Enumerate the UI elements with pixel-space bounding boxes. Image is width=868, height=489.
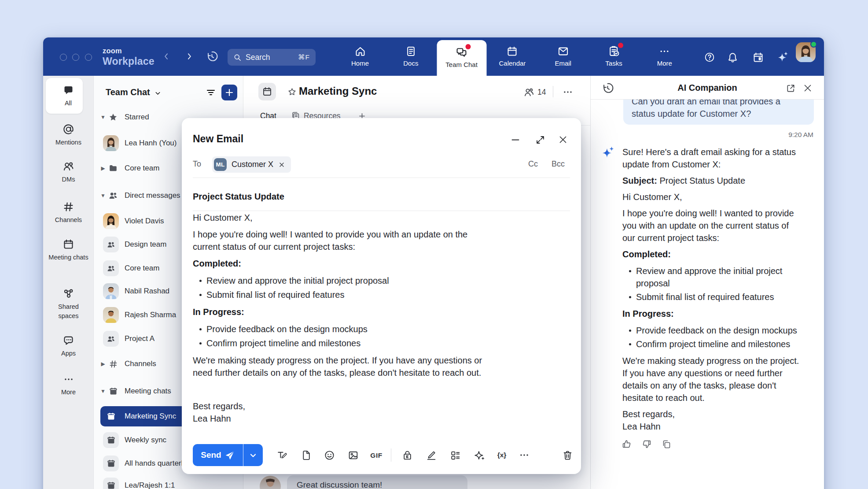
attach-file-button[interactable] <box>300 449 312 461</box>
bullet-list: Review and approve the initial project p… <box>622 265 801 303</box>
nav-item-docs[interactable]: Docs <box>387 37 434 76</box>
search-placeholder: Search <box>246 53 298 62</box>
rail-item-all[interactable]: All <box>50 84 87 108</box>
caret-right-icon[interactable]: ▶ <box>99 165 107 171</box>
send-button-group: Send <box>193 444 263 466</box>
rail-item-mentions[interactable]: Mentions <box>43 123 94 147</box>
calendar-today-button[interactable] <box>751 50 765 64</box>
filter-button[interactable] <box>205 86 217 99</box>
help-button[interactable] <box>702 50 717 64</box>
nav-item-email[interactable]: Email <box>540 37 586 76</box>
thumbs-down-button[interactable] <box>641 439 652 449</box>
chevron-down-icon <box>154 89 162 97</box>
ai-close-button[interactable] <box>802 82 814 94</box>
recipient-chip[interactable]: ML Customer X <box>212 156 291 173</box>
bullet-item: Provide feedback on the design mockups <box>193 323 490 335</box>
rail-item-shared-spaces[interactable]: Shared spaces <box>43 288 94 321</box>
encrypt-email-button[interactable] <box>401 449 413 461</box>
expand-button[interactable] <box>534 134 546 145</box>
avatar <box>103 213 119 229</box>
sparkle-outline-icon <box>474 449 485 461</box>
nav-item-calendar[interactable]: Calendar <box>489 37 536 76</box>
minimize-button[interactable] <box>510 134 521 145</box>
nav-item-home[interactable]: Home <box>337 37 383 76</box>
window-close-button[interactable] <box>60 54 67 61</box>
copy-icon <box>661 439 672 449</box>
dms-icon <box>63 160 74 172</box>
template-button[interactable] <box>449 449 461 461</box>
signature-icon <box>426 450 437 461</box>
close-button[interactable] <box>557 134 569 145</box>
caret-right-icon[interactable]: ▶ <box>99 361 107 367</box>
lock-e-icon <box>402 450 413 461</box>
caret-down-icon[interactable]: ▼ <box>99 193 107 199</box>
left-rail: All Mentions DMs Channels Meeting chats … <box>43 76 94 489</box>
email-body-editor[interactable]: Hi Customer X,I hope you're doing well! … <box>193 211 490 429</box>
code-snippet-button[interactable]: {x} <box>496 449 508 461</box>
caret-down-icon[interactable]: ▼ <box>99 388 107 394</box>
send-options-button[interactable] <box>243 444 263 466</box>
ai-compose-button[interactable] <box>474 449 485 461</box>
nav-item-team-chat[interactable]: Team Chat <box>437 40 486 76</box>
calendar-outline-icon <box>262 86 272 97</box>
window-zoom-button[interactable] <box>85 54 92 61</box>
insert-image-button[interactable] <box>347 449 359 461</box>
channel-icon <box>258 83 276 100</box>
shared-spaces-icon <box>63 288 74 300</box>
emoji-button[interactable] <box>324 449 335 461</box>
to-label: To <box>193 159 201 169</box>
rail-item-dms[interactable]: DMs <box>43 160 94 184</box>
caret-down-icon[interactable]: ▼ <box>99 114 107 120</box>
bullet-item: Submit final list of required features <box>622 291 801 303</box>
remove-recipient-button[interactable] <box>278 161 285 168</box>
new-chat-button[interactable] <box>221 85 237 100</box>
bullet-list: Provide feedback on the design mockupsCo… <box>193 323 490 349</box>
tasks-icon <box>608 45 620 57</box>
rail-item-channels[interactable]: Channels <box>43 201 94 225</box>
rail-item-more[interactable]: More <box>43 373 94 397</box>
forward-button[interactable] <box>183 51 195 63</box>
rail-item-meeting-chats[interactable]: Meeting chats <box>43 238 94 262</box>
team-chat-title-row[interactable]: Team Chat <box>106 87 162 97</box>
ai-open-window-button[interactable] <box>784 82 797 94</box>
format-text-button[interactable] <box>276 449 287 461</box>
rail-item-label: More <box>48 388 90 397</box>
thumbs-up-button[interactable] <box>622 439 632 449</box>
subject-field[interactable]: Project Status Update <box>193 192 284 202</box>
file-icon <box>301 450 312 461</box>
notifications-button[interactable] <box>725 50 739 64</box>
nav-item-more[interactable]: More <box>641 37 688 76</box>
gif-button[interactable]: GIF <box>371 449 382 461</box>
rail-item-apps[interactable]: Apps <box>43 334 94 358</box>
message-avatar <box>260 476 281 489</box>
channel-more-button[interactable] <box>559 86 576 98</box>
nav-item-tasks[interactable]: Tasks <box>591 37 637 76</box>
copy-button[interactable] <box>661 439 672 449</box>
ai-conversation[interactable]: Can you draft an email that provides a s… <box>591 100 824 489</box>
close-icon <box>558 134 568 145</box>
history-button[interactable] <box>206 51 218 63</box>
search-input[interactable]: Search ⌘F <box>228 49 316 66</box>
group-icon <box>103 331 119 347</box>
discard-button[interactable] <box>562 449 573 461</box>
signature-button[interactable] <box>425 449 437 461</box>
ai-user-message: Can you draft an email that provides a s… <box>632 100 780 119</box>
paragraph: I hope you're doing well! I wanted to pr… <box>622 207 801 244</box>
back-button[interactable] <box>160 51 173 63</box>
send-button[interactable]: Send <box>193 444 243 466</box>
chevron-left-icon <box>162 52 171 63</box>
new-email-modal: New Email To ML Customer X Cc Bcc Projec… <box>182 118 581 474</box>
cc-button[interactable]: Cc <box>528 159 538 169</box>
star-channel-button[interactable] <box>287 87 297 96</box>
bcc-button[interactable]: Bcc <box>552 159 565 169</box>
more-options-button[interactable] <box>519 449 530 461</box>
members-button[interactable]: 14 <box>523 87 546 98</box>
user-avatar[interactable] <box>796 42 816 62</box>
avatar <box>103 283 119 299</box>
nav-item-label: More <box>657 59 672 67</box>
ai-companion-button[interactable] <box>776 50 790 64</box>
chat-item-lea-rajesh-1-1[interactable]: Lea/Rajesh 1:1 <box>94 474 243 489</box>
calendar-solid-icon <box>103 478 119 489</box>
window-minimize-button[interactable] <box>72 54 79 61</box>
bold-label: Subject: <box>622 176 657 185</box>
